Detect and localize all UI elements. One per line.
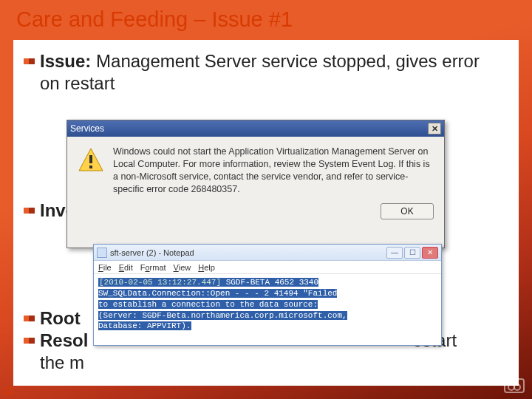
issue-label: Issue: (40, 51, 91, 71)
corner-motif (471, 362, 525, 393)
bullet-issue-text: Issue: Management Server service stopped… (40, 50, 504, 95)
menu-help[interactable]: Help (198, 263, 215, 272)
dialog-body: Windows could not start the Application … (67, 137, 444, 200)
dialog-titlebar[interactable]: Services ✕ (67, 120, 444, 137)
resol-tail-2: the m (40, 352, 84, 372)
bullet-icon (24, 56, 35, 68)
svg-rect-6 (24, 338, 30, 344)
log-l3: to establish a connection to the data so… (98, 300, 318, 309)
svg-rect-2 (24, 208, 30, 214)
close-icon[interactable]: ✕ (428, 123, 441, 134)
minimize-icon[interactable]: — (386, 247, 403, 259)
slide: Care and Feeding – Issue #1 Issue: Manag… (0, 0, 532, 399)
services-dialog: Services ✕ Windows could not start the A… (66, 120, 445, 248)
svg-rect-3 (29, 208, 35, 214)
bullet-icon (24, 313, 35, 325)
slide-title: Care and Feeding – Issue #1 (16, 7, 293, 32)
log-l5: Database: APPVIRT). (98, 321, 191, 330)
svg-rect-1 (29, 58, 35, 64)
ok-button[interactable]: OK (381, 203, 434, 219)
notepad-titlebar[interactable]: sft-server (2) - Notepad — ☐ ✕ (94, 245, 441, 261)
svg-rect-9 (89, 155, 92, 163)
svg-point-11 (493, 367, 499, 373)
dialog-message: Windows could not start the Application … (113, 146, 434, 196)
menu-edit[interactable]: Edit (119, 263, 133, 272)
log-ts: [2010-02-05 13:12:27.447] (99, 278, 221, 287)
bullet-icon (24, 335, 35, 347)
log-l4: (Server: SGDF-Beta.northamerica.corp.mic… (98, 311, 347, 320)
svg-rect-0 (24, 58, 30, 64)
notepad-menu[interactable]: File Edit Format View Help (94, 261, 441, 274)
bullet-issue: Issue: Management Server service stopped… (24, 50, 504, 95)
notepad-icon (97, 248, 107, 258)
lightbulb-icon (488, 362, 504, 378)
svg-rect-5 (29, 316, 35, 321)
svg-rect-10 (89, 166, 92, 168)
page-number: 22 (3, 386, 13, 396)
root-label: Root (40, 307, 81, 330)
notepad-body[interactable]: [2010-02-05 13:12:27.447] SGDF-BETA 4652… (94, 274, 441, 335)
window-buttons: — ☐ ✕ (386, 247, 438, 259)
dialog-button-row: OK (67, 200, 444, 227)
notepad-title-left: sft-server (2) - Notepad (97, 248, 194, 258)
log-l2: SW_SQLData.Connection::Open - - - 2 4149… (98, 289, 337, 298)
close-icon[interactable]: ✕ (422, 247, 438, 259)
log-l1-rest: SGDF-BETA 4652 3340 (221, 278, 318, 287)
warning-icon (78, 147, 104, 174)
menu-format[interactable]: Format (140, 263, 166, 272)
bullet-root: Root (24, 307, 81, 330)
cassette-icon (504, 378, 525, 393)
svg-rect-7 (29, 338, 35, 344)
maximize-icon[interactable]: ☐ (404, 247, 420, 259)
resol-label: Resol (40, 330, 88, 350)
menu-view[interactable]: View (174, 263, 191, 272)
bullet-icon (24, 205, 35, 217)
menu-file[interactable]: File (98, 263, 112, 272)
dialog-title: Services (70, 123, 104, 134)
notepad-title: sft-server (2) - Notepad (110, 248, 194, 257)
notepad-window: sft-server (2) - Notepad — ☐ ✕ File Edit… (93, 244, 442, 346)
issue-body: Management Server service stopped, gives… (40, 51, 480, 93)
svg-rect-4 (24, 316, 30, 321)
